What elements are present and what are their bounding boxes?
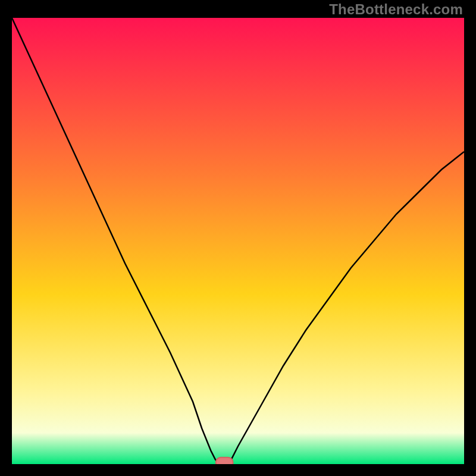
gradient-background	[12, 18, 464, 464]
optimal-point-marker	[216, 458, 233, 464]
watermark-text: TheBottleneck.com	[329, 1, 463, 18]
bottleneck-chart	[12, 18, 464, 464]
chart-frame: TheBottleneck.com	[0, 0, 476, 476]
